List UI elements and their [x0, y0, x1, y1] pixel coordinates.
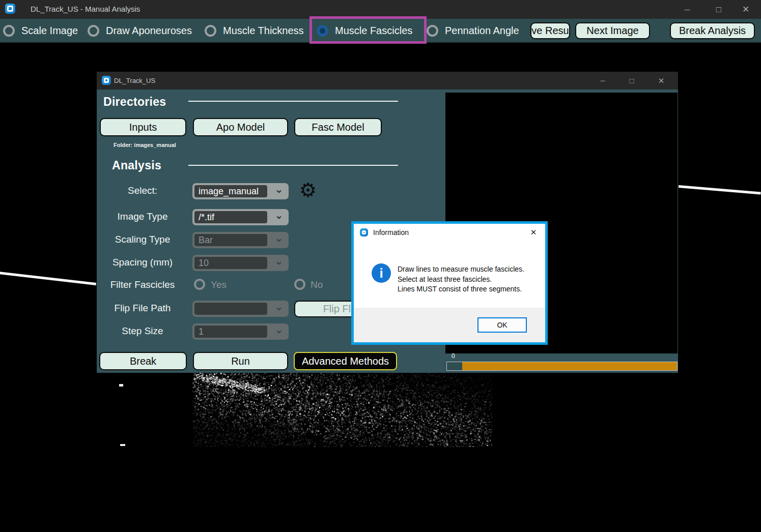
step-size-dropdown: 1 ⌄	[192, 323, 289, 340]
spacing-dropdown: 10 ⌄	[192, 255, 289, 271]
mode-scale-image[interactable]: Scale Image	[3, 19, 78, 43]
folder-label: Folder: images_manual	[114, 142, 176, 148]
desktop: DL_Track_US - Manual Analysis ─ □ ✕ Scal…	[0, 0, 761, 532]
progress-bar	[446, 362, 678, 371]
radio-icon[interactable]	[88, 25, 99, 37]
maximize-icon[interactable]: □	[622, 72, 642, 90]
directories-heading: Directories	[103, 95, 166, 109]
chevron-down-icon: ⌄	[275, 232, 283, 244]
background-line	[679, 185, 761, 195]
mode-muscle-thickness[interactable]: Muscle Thickness	[205, 19, 304, 43]
image-type-dropdown[interactable]: /*.tif ⌄	[192, 209, 289, 225]
analysis-step-toolbar: Scale Image Draw Aponeuroses Muscle Thic…	[0, 19, 761, 43]
minimize-icon[interactable]: ─	[593, 72, 613, 90]
scaling-type-dropdown: Bar ⌄	[192, 232, 289, 248]
gear-icon[interactable]: ⚙	[299, 181, 317, 200]
app-logo-icon	[102, 76, 111, 85]
dialog-line: Select at least three fascicles.	[398, 275, 524, 285]
information-dialog: Information ✕ i Draw lines to measure mu…	[351, 221, 548, 345]
radio-icon[interactable]	[205, 25, 216, 37]
child-window-title: DL_Track_US	[114, 77, 155, 84]
maximize-icon[interactable]: □	[707, 0, 730, 19]
close-icon[interactable]: ✕	[734, 0, 757, 19]
chevron-down-icon: ⌄	[275, 324, 283, 336]
info-icon: i	[372, 263, 391, 283]
close-icon[interactable]: ✕	[525, 224, 542, 241]
dialog-title: Information	[373, 228, 409, 237]
dialog-titlebar: Information ✕	[354, 224, 545, 241]
minimize-icon[interactable]: ─	[675, 0, 699, 19]
divider	[188, 165, 398, 166]
child-titlebar: DL_Track_US ─ □ ✕	[97, 72, 678, 90]
mode-muscle-fascicles[interactable]: Muscle Fascicles	[317, 19, 412, 43]
no-label: No	[311, 279, 323, 290]
radio-icon[interactable]	[427, 25, 438, 37]
radio-no-icon	[294, 279, 305, 290]
radio-selected-icon[interactable]	[317, 25, 328, 37]
fasc-model-button[interactable]: Fasc Model	[294, 118, 382, 136]
image-type-label: Image Type	[97, 211, 188, 222]
divider	[188, 101, 398, 102]
break-analysis-button[interactable]: Break Analysis	[670, 22, 755, 39]
progress-value: 0	[452, 352, 455, 360]
chevron-down-icon: ⌄	[275, 210, 283, 221]
spacing-label: Spacing (mm)	[97, 257, 188, 268]
radio-icon[interactable]	[3, 25, 15, 37]
ok-button[interactable]: OK	[477, 317, 527, 333]
close-icon[interactable]: ✕	[651, 72, 671, 90]
flip-file-path-dropdown: ⌄	[192, 301, 289, 317]
select-image-dropdown[interactable]: image_manual ⌄	[192, 183, 289, 199]
scaling-type-label: Scaling Type	[97, 234, 188, 245]
main-titlebar: DL_Track_US - Manual Analysis ─ □ ✕	[0, 0, 761, 19]
radio-yes-icon	[194, 279, 205, 290]
ultrasound-image	[192, 373, 492, 447]
dialog-footer: OK	[354, 308, 545, 342]
select-label: Select:	[97, 185, 188, 196]
inputs-button[interactable]: Inputs	[100, 118, 186, 136]
background-line	[0, 272, 96, 285]
next-image-button[interactable]: Next Image	[575, 22, 650, 39]
main-window-title: DL_Track_US - Manual Analysis	[31, 5, 140, 13]
step-size-label: Step Size	[97, 326, 188, 337]
background-tick	[119, 384, 123, 387]
dialog-line: Draw lines to measure muscle fascicles.	[398, 264, 524, 275]
break-button[interactable]: Break	[99, 352, 187, 370]
chevron-down-icon: ⌄	[275, 184, 283, 195]
app-logo-icon	[5, 4, 15, 14]
chevron-down-icon: ⌄	[275, 301, 283, 313]
app-logo-icon	[360, 228, 368, 237]
mode-pennation-angle[interactable]: Pennation Angle	[427, 19, 519, 43]
chevron-down-icon: ⌄	[275, 255, 283, 267]
run-button[interactable]: Run	[193, 352, 288, 370]
advanced-methods-button[interactable]: Advanced Methods	[294, 352, 397, 370]
dialog-line: Lines MUST consist of three segments.	[398, 284, 524, 294]
filter-fascicles-label: Filter Fascicles	[97, 279, 188, 290]
save-results-button[interactable]: ve Resu	[530, 22, 570, 39]
flip-file-path-label: Flip File Path	[97, 303, 188, 314]
apo-model-button[interactable]: Apo Model	[193, 118, 288, 136]
analysis-heading: Analysis	[112, 159, 161, 172]
progress-fill	[462, 362, 677, 370]
background-tick	[120, 444, 125, 446]
yes-label: Yes	[211, 279, 227, 290]
mode-draw-aponeuroses[interactable]: Draw Aponeuroses	[88, 19, 192, 43]
dialog-message: Draw lines to measure muscle fascicles. …	[398, 264, 524, 294]
